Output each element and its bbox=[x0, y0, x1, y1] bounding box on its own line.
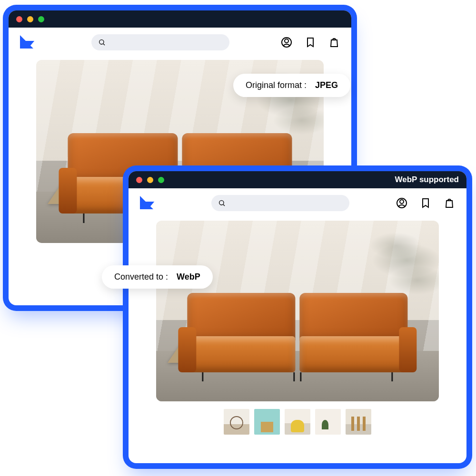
bookmark-icon[interactable] bbox=[305, 37, 316, 48]
site-logo[interactable] bbox=[20, 35, 34, 49]
window-controls bbox=[136, 177, 164, 183]
format-badge-original: Original format : JPEG bbox=[233, 74, 350, 97]
browser-window-converted: WebP supported bbox=[129, 171, 466, 463]
bookmark-icon[interactable] bbox=[420, 197, 431, 209]
format-badge-converted: Converted to : WebP bbox=[102, 265, 213, 289]
svg-point-7 bbox=[400, 200, 404, 204]
site-logo[interactable] bbox=[140, 196, 154, 210]
product-hero-image bbox=[156, 221, 439, 401]
format-badge-label: Original format : bbox=[246, 80, 307, 90]
svg-point-0 bbox=[99, 40, 104, 44]
thumbnail[interactable] bbox=[254, 409, 280, 435]
thumbnail[interactable] bbox=[285, 409, 310, 435]
search-icon bbox=[98, 39, 106, 46]
close-window-button[interactable] bbox=[136, 177, 142, 183]
thumbnail[interactable] bbox=[346, 409, 371, 435]
site-toolbar bbox=[129, 188, 466, 216]
account-icon[interactable] bbox=[396, 197, 407, 209]
titlebar bbox=[9, 10, 351, 28]
thumbnail[interactable] bbox=[315, 409, 341, 435]
svg-point-3 bbox=[285, 39, 288, 43]
thumbnail-strip bbox=[224, 409, 371, 435]
titlebar-label: WebP supported bbox=[395, 175, 459, 185]
search-input[interactable] bbox=[91, 34, 229, 50]
maximize-window-button[interactable] bbox=[158, 177, 164, 183]
window-controls bbox=[16, 16, 44, 22]
format-badge-label: Converted to : bbox=[114, 272, 168, 282]
format-badge-value: JPEG bbox=[315, 80, 338, 90]
minimize-window-button[interactable] bbox=[27, 16, 33, 22]
minimize-window-button[interactable] bbox=[147, 177, 153, 183]
svg-line-1 bbox=[103, 44, 105, 45]
thumbnail[interactable] bbox=[224, 409, 249, 435]
account-icon[interactable] bbox=[281, 37, 292, 48]
site-toolbar bbox=[9, 28, 351, 55]
titlebar: WebP supported bbox=[129, 171, 466, 188]
maximize-window-button[interactable] bbox=[38, 16, 44, 22]
search-icon bbox=[218, 199, 226, 207]
svg-point-4 bbox=[219, 201, 224, 205]
shopping-bag-icon[interactable] bbox=[328, 37, 340, 48]
search-input[interactable] bbox=[211, 195, 349, 211]
format-badge-value: WebP bbox=[177, 272, 200, 282]
close-window-button[interactable] bbox=[16, 16, 22, 22]
svg-line-5 bbox=[223, 204, 225, 206]
shopping-bag-icon[interactable] bbox=[444, 197, 455, 209]
